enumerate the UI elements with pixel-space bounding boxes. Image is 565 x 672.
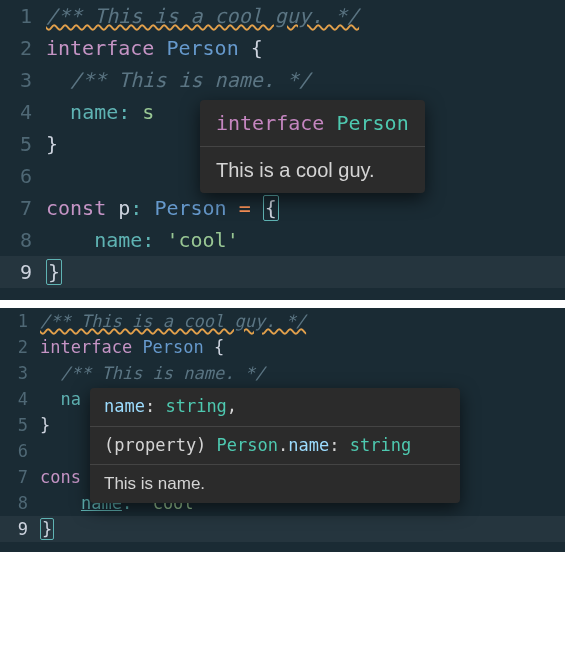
- line-number-active: 9: [0, 256, 46, 288]
- line-number: 6: [0, 438, 40, 464]
- close-brace: }: [40, 415, 50, 435]
- equals: =: [239, 196, 251, 220]
- partial-type: s: [142, 100, 154, 124]
- line-number-active: 9: [0, 516, 40, 542]
- hover-tooltip[interactable]: name: string, (property) Person.name: st…: [90, 388, 460, 503]
- doc-comment: /** This is a cool guy. */: [40, 311, 306, 331]
- doc-comment: /** This is name. */: [60, 363, 265, 383]
- keyword-interface: interface: [40, 337, 132, 357]
- line-number: 7: [0, 192, 46, 224]
- code-line[interactable]: 2 interface Person {: [0, 32, 565, 64]
- code-line[interactable]: 3 /** This is name. */: [0, 64, 565, 96]
- code-editor-pane-2[interactable]: 1 /** This is a cool guy. */ 2 interface…: [0, 308, 565, 552]
- property-name: name: [94, 228, 142, 252]
- line-number: 2: [0, 32, 46, 64]
- type-name: Person: [142, 337, 203, 357]
- keyword-interface: interface: [46, 36, 154, 60]
- hover-signature-full: (property) Person.name: string: [90, 427, 460, 465]
- line-number: 3: [0, 64, 46, 96]
- code-line[interactable]: 7 const p: Person = {: [0, 192, 565, 224]
- keyword-const-partial: cons: [40, 467, 81, 487]
- code-line[interactable]: 2 interface Person {: [0, 334, 565, 360]
- property-name: name: [70, 100, 118, 124]
- line-number: 3: [0, 360, 40, 386]
- code-line[interactable]: 1 /** This is a cool guy. */: [0, 308, 565, 334]
- doc-comment: /** This is a cool guy. */: [46, 4, 359, 28]
- code-line-active[interactable]: 9 }: [0, 256, 565, 288]
- open-brace: {: [251, 36, 263, 60]
- code-editor-pane-1[interactable]: 1 /** This is a cool guy. */ 2 interface…: [0, 0, 565, 300]
- open-brace-cursor: {: [263, 195, 279, 221]
- line-number: 1: [0, 308, 40, 334]
- colon: :: [130, 196, 142, 220]
- code-line[interactable]: 8 name: 'cool': [0, 224, 565, 256]
- colon: :: [142, 228, 154, 252]
- string-literal: 'cool': [166, 228, 238, 252]
- partial-property: na: [60, 389, 80, 409]
- type-name: Person: [166, 36, 238, 60]
- line-number: 2: [0, 334, 40, 360]
- line-number: 4: [0, 386, 40, 412]
- open-brace: {: [214, 337, 224, 357]
- line-number: 4: [0, 96, 46, 128]
- line-number: 5: [0, 128, 46, 160]
- keyword-const: const: [46, 196, 106, 220]
- doc-comment: /** This is name. */: [70, 68, 311, 92]
- line-number: 8: [0, 490, 40, 516]
- hover-doc: This is name.: [90, 465, 460, 503]
- type-ref: Person: [154, 196, 226, 220]
- close-brace: }: [46, 132, 58, 156]
- line-number: 6: [0, 160, 46, 192]
- line-number: 8: [0, 224, 46, 256]
- hover-doc: This is a cool guy.: [200, 147, 425, 193]
- variable-name: p: [118, 196, 130, 220]
- code-line[interactable]: 1 /** This is a cool guy. */: [0, 0, 565, 32]
- code-line[interactable]: 3 /** This is name. */: [0, 360, 565, 386]
- line-number: 1: [0, 0, 46, 32]
- close-brace-cursor: }: [46, 259, 62, 285]
- line-number: 7: [0, 464, 40, 490]
- hover-signature: interface Person: [200, 100, 425, 146]
- hover-signature-short: name: string,: [90, 388, 460, 426]
- colon: :: [118, 100, 130, 124]
- code-line-active[interactable]: 9 }: [0, 516, 565, 542]
- hover-tooltip[interactable]: interface Person This is a cool guy.: [200, 100, 425, 193]
- line-number: 5: [0, 412, 40, 438]
- close-brace-cursor: }: [40, 518, 54, 540]
